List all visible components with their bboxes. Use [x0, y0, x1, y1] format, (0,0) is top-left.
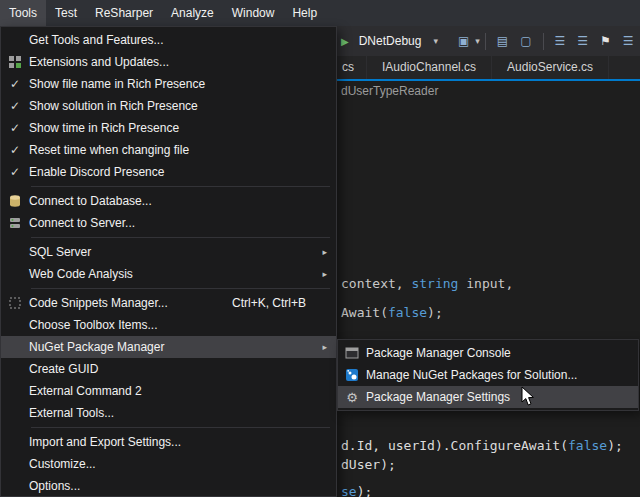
menu-separator	[31, 427, 330, 428]
menu-item-label: Reset time when changing file	[29, 143, 189, 157]
menu-item-import-export-settings[interactable]: Import and Export Settings...	[1, 431, 336, 453]
checkmark-icon: ✓	[1, 77, 29, 91]
bookmark-icon[interactable]: ⚑	[600, 34, 611, 48]
menubar-item-resharper[interactable]: ReSharper	[86, 0, 162, 26]
server-icon	[1, 216, 29, 230]
menu-item-sql-server[interactable]: SQL Server ▸	[1, 241, 336, 263]
menu-item-reset-time[interactable]: ✓ Reset time when changing file	[1, 139, 336, 161]
menu-item-label: Create GUID	[29, 362, 98, 376]
menu-item-label: Show file name in Rich Presence	[29, 77, 205, 91]
menu-item-connect-server[interactable]: Connect to Server...	[1, 212, 336, 234]
menu-bar: Tools Test ReSharper Analyze Window Help	[0, 0, 640, 26]
submenu-arrow-icon: ▸	[322, 269, 327, 279]
menu-item-customize[interactable]: Customize...	[1, 453, 336, 475]
menu-item-show-time[interactable]: ✓ Show time in Rich Presence	[1, 117, 336, 139]
menubar-item-test[interactable]: Test	[46, 0, 86, 26]
tab-audioservice[interactable]: AudioService.cs	[492, 56, 609, 79]
code-keyword: string	[411, 276, 458, 291]
menu-item-enable-discord[interactable]: ✓ Enable Discord Presence	[1, 161, 336, 183]
code-text: input,	[458, 276, 513, 291]
console-icon	[338, 346, 366, 360]
breadcrumb-text: dUserTypeReader	[341, 84, 438, 98]
code-text: context,	[341, 276, 411, 291]
code-text: );	[607, 438, 623, 453]
menu-item-label: Extensions and Updates...	[29, 55, 169, 69]
menu-separator	[31, 186, 330, 187]
menu-item-extensions-and-updates[interactable]: Extensions and Updates...	[1, 51, 336, 73]
menu-item-label: Get Tools and Features...	[29, 33, 164, 47]
menu-item-label: Choose Toolbox Items...	[29, 318, 158, 332]
extensions-icon	[1, 55, 29, 69]
window-icon[interactable]: ▢	[520, 34, 531, 48]
checkmark-icon: ✓	[1, 99, 29, 113]
checkmark-icon: ✓	[1, 143, 29, 157]
menubar-item-help[interactable]: Help	[283, 0, 326, 26]
code-keyword: false	[568, 438, 607, 453]
menu-item-label: Import and Export Settings...	[29, 435, 181, 449]
code-keyword: false	[388, 305, 427, 320]
submenu-arrow-icon: ▸	[322, 247, 327, 257]
submenu-item-package-manager-settings[interactable]: ⚙ Package Manager Settings	[338, 386, 638, 408]
submenu-item-label: Package Manager Console	[366, 346, 511, 360]
editor-code-line: se);	[341, 484, 372, 497]
menu-separator	[31, 288, 330, 289]
editor-code-line: d.Id, userId).ConfigureAwait(false);	[341, 438, 623, 453]
menu-item-external-tools[interactable]: External Tools...	[1, 402, 336, 424]
menubar-item-analyze[interactable]: Analyze	[162, 0, 223, 26]
submenu-item-label: Manage NuGet Packages for Solution...	[366, 368, 577, 382]
code-text: );	[427, 305, 443, 320]
menu-item-web-code-analysis[interactable]: Web Code Analysis ▸	[1, 263, 336, 285]
tab-cs[interactable]: cs	[338, 56, 367, 79]
menu-item-label: Web Code Analysis	[29, 267, 133, 281]
menu-item-label: SQL Server	[29, 245, 91, 259]
menubar-item-tools[interactable]: Tools	[0, 0, 46, 26]
export-icon[interactable]: ▤	[497, 34, 508, 48]
list-icon[interactable]: ☰	[555, 34, 566, 48]
nuget-icon	[338, 368, 366, 382]
code-text: );	[357, 484, 373, 497]
solution-config-select[interactable]: DNetDebug ▾	[355, 32, 442, 50]
tools-menu: Get Tools and Features... Extensions and…	[0, 26, 337, 497]
menu-item-code-snippets-manager[interactable]: Code Snippets Manager... Ctrl+K, Ctrl+B	[1, 292, 336, 314]
attach-icon[interactable]: ▣	[458, 34, 469, 48]
checkmark-icon: ✓	[1, 165, 29, 179]
toolbar-separator	[543, 33, 544, 50]
menu-item-label: Enable Discord Presence	[29, 165, 164, 179]
menu-item-label: Options...	[29, 479, 80, 493]
menu-item-external-command-2[interactable]: External Command 2	[1, 380, 336, 402]
menu-item-label: Code Snippets Manager...	[29, 296, 168, 310]
menu-item-options[interactable]: Options...	[1, 475, 336, 497]
chevron-down-icon[interactable]: ▾	[475, 36, 480, 46]
menu-item-label: Connect to Server...	[29, 216, 135, 230]
menu-item-shortcut: Ctrl+K, Ctrl+B	[232, 296, 306, 310]
menu-lines-icon[interactable]: ☰	[623, 34, 634, 48]
menu-item-label: External Command 2	[29, 384, 142, 398]
submenu-item-manage-nuget-packages[interactable]: Manage NuGet Packages for Solution...	[338, 364, 638, 386]
code-text: d.Id, userId).ConfigureAwait(	[341, 438, 568, 453]
editor-code-line: dUser);	[341, 457, 396, 472]
code-text: Await(	[341, 305, 388, 320]
solution-config-value: DNetDebug	[359, 34, 422, 48]
mouse-cursor	[521, 386, 535, 411]
menu-item-connect-database[interactable]: Connect to Database...	[1, 190, 336, 212]
menu-item-create-guid[interactable]: Create GUID	[1, 358, 336, 380]
start-debug-icon[interactable]: ▶	[341, 36, 349, 47]
menu-separator	[31, 237, 330, 238]
menu-item-get-tools-and-features[interactable]: Get Tools and Features...	[1, 29, 336, 51]
menu-item-show-file-name[interactable]: ✓ Show file name in Rich Presence	[1, 73, 336, 95]
submenu-item-label: Package Manager Settings	[366, 390, 510, 404]
gear-icon: ⚙	[338, 390, 366, 405]
menu-item-choose-toolbox-items[interactable]: Choose Toolbox Items...	[1, 314, 336, 336]
submenu-item-package-manager-console[interactable]: Package Manager Console	[338, 342, 638, 364]
toolbar-separator	[485, 33, 486, 50]
menu-item-label: NuGet Package Manager	[29, 340, 164, 354]
menubar-item-window[interactable]: Window	[223, 0, 284, 26]
submenu-arrow-icon: ▸	[322, 342, 327, 352]
list-icon-2[interactable]: ☰	[577, 34, 588, 48]
checkmark-icon: ✓	[1, 121, 29, 135]
menu-item-nuget-package-manager[interactable]: NuGet Package Manager ▸	[1, 336, 336, 358]
menu-item-show-solution[interactable]: ✓ Show solution in Rich Presence	[1, 95, 336, 117]
menu-item-label: Connect to Database...	[29, 194, 152, 208]
snippets-icon	[1, 296, 29, 310]
tab-iaudiochannel[interactable]: IAudioChannel.cs	[367, 56, 492, 79]
